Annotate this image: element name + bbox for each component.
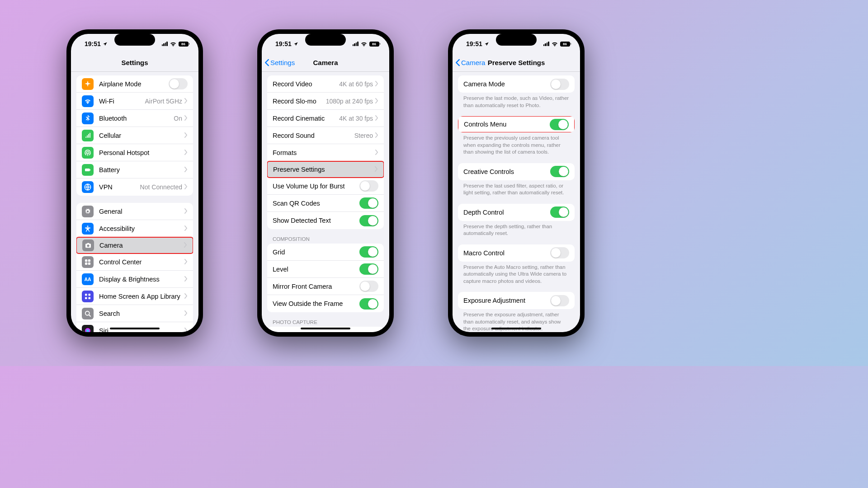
- row-bluetooth[interactable]: BluetoothOn: [76, 110, 193, 127]
- home-indicator[interactable]: [301, 328, 350, 329]
- phone-settings: 19:51 86 Settings Airplane ModeWi-FiAirP…: [66, 29, 203, 337]
- svg-rect-1: [90, 169, 91, 170]
- row-general[interactable]: General: [76, 203, 193, 220]
- row-search[interactable]: Search: [76, 305, 193, 322]
- volume-burst-toggle[interactable]: [359, 180, 378, 192]
- svg-rect-7: [85, 259, 87, 262]
- scan-qr-toggle[interactable]: [359, 197, 378, 209]
- chevron-icon: [375, 98, 378, 105]
- group-composition: GridLevelMirror Front CameraView Outside…: [267, 244, 384, 312]
- chevron-icon: [184, 166, 188, 174]
- row-volume-burst[interactable]: Use Volume Up for Burst: [267, 178, 384, 195]
- cellular-icon: [82, 130, 94, 141]
- row-airplane[interactable]: Airplane Mode: [76, 75, 193, 93]
- screen-settings: 19:51 86 Settings Airplane ModeWi-FiAirP…: [71, 34, 198, 332]
- grid-toggle[interactable]: [359, 246, 378, 258]
- chevron-icon: [184, 310, 188, 317]
- row-macro-control[interactable]: Macro Control: [458, 244, 575, 262]
- row-camera-mode[interactable]: Camera Mode: [458, 75, 575, 93]
- row-detected-text[interactable]: Show Detected Text: [267, 212, 384, 229]
- row-mirror-front[interactable]: Mirror Front Camera: [267, 278, 384, 295]
- row-grid[interactable]: Grid: [267, 244, 384, 261]
- row-record-sound[interactable]: Record SoundStereo: [267, 127, 384, 144]
- status-time: 19:51: [275, 40, 292, 47]
- row-preserve-settings[interactable]: Preserve Settings: [267, 161, 384, 178]
- row-view-outside[interactable]: View Outside the Frame: [267, 295, 384, 312]
- camera-mode-toggle[interactable]: [550, 79, 569, 90]
- navbar: Camera Preserve Settings: [453, 54, 580, 72]
- screen-camera: 19:51 86 Settings Camera Record Video4K …: [262, 34, 389, 332]
- creative-controls-toggle[interactable]: [550, 166, 569, 177]
- mirror-front-toggle[interactable]: [359, 281, 378, 292]
- search-icon: [82, 308, 94, 319]
- display-label: Display & Brightness: [99, 276, 184, 283]
- general-label: General: [99, 208, 184, 215]
- bluetooth-value: On: [174, 115, 182, 122]
- row-cellular[interactable]: Cellular: [76, 127, 193, 144]
- row-record-slomo[interactable]: Record Slo-mo1080p at 240 fps: [267, 93, 384, 110]
- controls-menu-toggle[interactable]: [550, 119, 569, 130]
- row-level[interactable]: Level: [267, 261, 384, 278]
- chevron-icon: [375, 80, 378, 88]
- chevron-icon: [184, 327, 188, 333]
- group-system: GeneralAccessibilityCameraControl Center…: [76, 203, 193, 332]
- chevron-icon: [184, 132, 188, 139]
- row-scan-qr[interactable]: Scan QR Codes: [267, 195, 384, 212]
- search-label: Search: [99, 310, 184, 317]
- page-title: Settings: [121, 59, 148, 66]
- chevron-icon: [184, 183, 188, 191]
- row-control-center[interactable]: Control Center: [76, 253, 193, 271]
- row-depth-control[interactable]: Depth Control: [458, 204, 575, 221]
- camera-label: Camera: [99, 242, 184, 249]
- navbar: Settings: [71, 54, 198, 72]
- back-button[interactable]: Camera: [455, 59, 485, 66]
- row-home-screen[interactable]: Home Screen & App Library: [76, 288, 193, 305]
- cellular-signal-icon: [353, 42, 359, 46]
- airplane-toggle[interactable]: [169, 78, 188, 89]
- vpn-value: Not Connected: [140, 183, 182, 191]
- back-label: Camera: [461, 59, 485, 66]
- chevron-icon: [375, 166, 378, 173]
- chevron-icon: [184, 258, 188, 266]
- svg-text:AA: AA: [84, 276, 91, 282]
- svg-rect-10: [88, 262, 90, 264]
- row-display[interactable]: AADisplay & Brightness: [76, 271, 193, 288]
- creative-controls-label: Creative Controls: [463, 168, 550, 175]
- macro-control-toggle[interactable]: [550, 247, 569, 258]
- row-creative-controls[interactable]: Creative Controls: [458, 163, 575, 180]
- display-icon: AA: [82, 273, 94, 285]
- home-indicator[interactable]: [491, 328, 541, 329]
- chevron-icon: [184, 225, 188, 232]
- level-toggle[interactable]: [359, 263, 378, 275]
- row-formats[interactable]: Formats: [267, 144, 384, 161]
- record-sound-label: Record Sound: [273, 132, 354, 139]
- detected-text-toggle[interactable]: [359, 215, 378, 226]
- wifi-icon: [82, 95, 94, 107]
- view-outside-toggle[interactable]: [359, 298, 378, 310]
- row-record-cinematic[interactable]: Record Cinematic4K at 30 fps: [267, 110, 384, 127]
- row-siri[interactable]: Siri: [76, 322, 193, 332]
- row-battery[interactable]: Battery: [76, 161, 193, 178]
- exposure-adjustment-toggle[interactable]: [550, 295, 569, 306]
- scan-qr-label: Scan QR Codes: [273, 200, 359, 207]
- row-accessibility[interactable]: Accessibility: [76, 220, 193, 237]
- row-camera[interactable]: Camera: [76, 237, 193, 254]
- row-record-video[interactable]: Record Video4K at 60 fps: [267, 75, 384, 93]
- creative-controls-footer: Preserve the last used filter, aspect ra…: [453, 180, 580, 201]
- home-screen-label: Home Screen & App Library: [99, 293, 184, 300]
- chevron-icon: [184, 293, 188, 300]
- row-controls-menu[interactable]: Controls Menu: [458, 116, 575, 132]
- depth-control-toggle[interactable]: [550, 206, 569, 218]
- chevron-icon: [375, 115, 378, 122]
- row-vpn[interactable]: VPNNot Connected: [76, 178, 193, 196]
- row-wifi[interactable]: Wi-FiAirPort 5GHz: [76, 93, 193, 110]
- wifi-icon: [361, 42, 367, 47]
- mirror-front-label: Mirror Front Camera: [273, 283, 359, 290]
- row-exposure-adjustment[interactable]: Exposure Adjustment: [458, 292, 575, 309]
- home-indicator[interactable]: [110, 328, 160, 329]
- exposure-adjustment-label: Exposure Adjustment: [463, 297, 550, 304]
- volume-burst-label: Use Volume Up for Burst: [273, 183, 359, 190]
- row-hotspot[interactable]: Personal Hotspot: [76, 144, 193, 161]
- back-button[interactable]: Settings: [264, 59, 295, 66]
- dynamic-island: [305, 34, 346, 46]
